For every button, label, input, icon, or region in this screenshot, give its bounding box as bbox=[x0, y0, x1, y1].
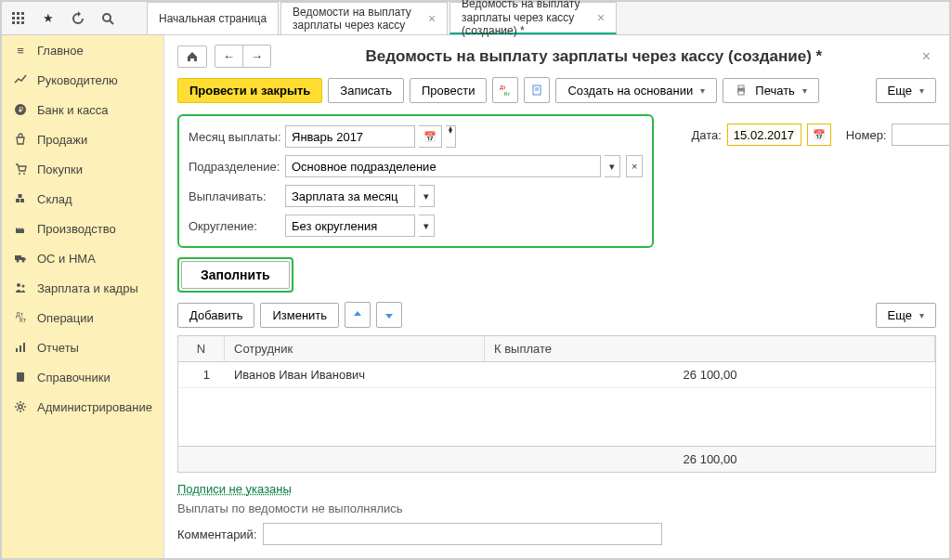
svg-text:Кт: Кт bbox=[504, 91, 510, 97]
fill-highlight-box: Заполнить bbox=[177, 257, 293, 293]
round-input[interactable] bbox=[285, 215, 415, 237]
ruble-icon: ₽ bbox=[13, 102, 28, 117]
menu-icon: ≡ bbox=[13, 43, 28, 58]
cell-n: 1 bbox=[178, 362, 225, 387]
sidebar-item-assets[interactable]: ОС и НМА bbox=[2, 243, 163, 273]
svg-rect-6 bbox=[12, 21, 15, 24]
close-page-button[interactable]: × bbox=[917, 48, 936, 65]
th-number[interactable]: N bbox=[178, 336, 225, 361]
sidebar-item-label: Справочники bbox=[37, 371, 111, 384]
th-employee[interactable]: Сотрудник bbox=[225, 336, 485, 361]
close-icon[interactable]: × bbox=[428, 11, 436, 27]
sidebar-item-label: Склад bbox=[37, 192, 72, 206]
calendar-icon[interactable]: 📅 bbox=[807, 124, 831, 146]
svg-rect-26 bbox=[20, 345, 21, 352]
tab-label: Ведомость на выплату зарплаты через касс… bbox=[462, 0, 590, 38]
sidebar-item-warehouse[interactable]: Склад bbox=[2, 184, 163, 214]
sidebar-item-admin[interactable]: Администрирование bbox=[2, 392, 163, 422]
cell-employee: Иванов Иван Иванович bbox=[225, 362, 485, 387]
move-up-button[interactable] bbox=[345, 302, 371, 328]
sidebar-item-label: Банк и касса bbox=[37, 103, 109, 117]
dropdown-icon[interactable]: ▾ bbox=[419, 185, 435, 207]
document-button[interactable] bbox=[524, 77, 550, 103]
sidebar-item-hr[interactable]: Зарплата и кадры bbox=[2, 273, 163, 303]
search-icon[interactable] bbox=[98, 9, 117, 28]
history-icon[interactable] bbox=[69, 9, 87, 28]
svg-point-14 bbox=[23, 173, 25, 175]
sidebar-item-purchases[interactable]: Покупки bbox=[2, 154, 163, 184]
sidebar-item-reports[interactable]: Отчеты bbox=[2, 332, 163, 362]
fill-button[interactable]: Заполнить bbox=[181, 261, 290, 289]
sidebar-item-sales[interactable]: Продажи bbox=[2, 124, 163, 154]
svg-rect-16 bbox=[20, 199, 24, 202]
number-input[interactable] bbox=[892, 124, 949, 146]
form-highlight-box: Месяц выплаты: 📅 ▴▾ Подразделение: ▾ × В… bbox=[177, 114, 654, 248]
star-icon[interactable]: ★ bbox=[39, 9, 58, 28]
home-button[interactable] bbox=[177, 46, 207, 68]
add-button[interactable]: Добавить bbox=[177, 303, 254, 328]
spinner-icon[interactable]: ▴▾ bbox=[446, 125, 456, 148]
svg-rect-36 bbox=[738, 85, 744, 88]
gear-icon bbox=[13, 399, 28, 414]
comment-label: Комментарий: bbox=[177, 527, 257, 541]
sidebar-item-label: Главное bbox=[37, 44, 84, 58]
comment-input[interactable] bbox=[263, 523, 662, 545]
move-down-button[interactable] bbox=[376, 302, 402, 328]
svg-rect-15 bbox=[16, 199, 20, 202]
round-label: Округление: bbox=[189, 219, 281, 233]
svg-rect-2 bbox=[21, 12, 24, 15]
chart-icon bbox=[13, 72, 28, 87]
pay-input[interactable] bbox=[285, 185, 415, 207]
bars-icon bbox=[13, 340, 28, 355]
table-row[interactable]: 1 Иванов Иван Иванович 26 100,00 bbox=[178, 362, 935, 388]
sidebar-item-directories[interactable]: Справочники bbox=[2, 362, 163, 392]
dropdown-icon[interactable]: ▾ bbox=[419, 215, 435, 237]
svg-rect-4 bbox=[17, 17, 20, 20]
signatures-link[interactable]: Подписи не указаны bbox=[177, 482, 292, 496]
tab-home[interactable]: Начальная страница bbox=[147, 2, 279, 34]
th-pay[interactable]: К выплате bbox=[485, 336, 935, 361]
svg-rect-18 bbox=[15, 255, 21, 260]
svg-rect-7 bbox=[17, 21, 20, 24]
svg-point-29 bbox=[19, 405, 22, 409]
back-button[interactable]: ← bbox=[215, 46, 243, 67]
more-table-button[interactable]: Еще bbox=[876, 303, 936, 328]
date-input[interactable] bbox=[727, 124, 801, 146]
nav-arrows: ← → bbox=[215, 45, 271, 68]
print-button[interactable]: Печать bbox=[723, 78, 819, 103]
dt-kt-button[interactable]: ДтКт bbox=[492, 77, 518, 103]
svg-line-10 bbox=[110, 20, 113, 24]
dropdown-icon[interactable]: ▾ bbox=[605, 155, 620, 177]
tabs: Начальная страница Ведомости на выплату … bbox=[147, 2, 619, 34]
svg-rect-8 bbox=[21, 21, 24, 24]
sidebar-item-label: Зарплата и кадры bbox=[37, 281, 138, 295]
dept-input[interactable] bbox=[285, 155, 601, 177]
tab-payroll-create[interactable]: Ведомость на выплату зарплаты через касс… bbox=[449, 2, 617, 34]
tab-payrolls[interactable]: Ведомости на выплату зарплаты через касс… bbox=[280, 2, 448, 34]
post-button[interactable]: Провести bbox=[410, 78, 488, 103]
dept-label: Подразделение: bbox=[189, 160, 281, 174]
post-close-button[interactable]: Провести и закрыть bbox=[177, 78, 322, 103]
sidebar-item-operations[interactable]: ДтКт Операции bbox=[2, 303, 163, 332]
save-button[interactable]: Записать bbox=[328, 78, 404, 103]
sidebar: ≡ Главное Руководителю ₽ Банк и касса Пр bbox=[2, 35, 164, 558]
svg-point-13 bbox=[19, 173, 20, 175]
svg-rect-17 bbox=[19, 194, 22, 198]
month-input[interactable] bbox=[285, 125, 415, 148]
svg-rect-25 bbox=[16, 348, 18, 352]
apps-icon[interactable] bbox=[9, 9, 28, 28]
sidebar-item-bank[interactable]: ₽ Банк и касса bbox=[2, 95, 163, 124]
cell-pay: 26 100,00 bbox=[485, 362, 935, 387]
edit-button[interactable]: Изменить bbox=[260, 303, 339, 328]
close-icon[interactable]: × bbox=[597, 10, 605, 26]
clear-icon[interactable]: × bbox=[626, 155, 643, 177]
more-button[interactable]: Еще bbox=[876, 78, 936, 103]
no-payments-text: Выплаты по ведомости не выполнялись bbox=[177, 501, 936, 515]
forward-button[interactable]: → bbox=[243, 46, 270, 67]
calendar-icon[interactable]: 📅 bbox=[419, 125, 442, 148]
sidebar-item-main[interactable]: ≡ Главное bbox=[2, 35, 163, 65]
sidebar-item-manager[interactable]: Руководителю bbox=[2, 65, 163, 95]
create-based-button[interactable]: Создать на основании bbox=[555, 78, 717, 103]
ops-icon: ДтКт bbox=[13, 310, 28, 325]
sidebar-item-production[interactable]: Производство bbox=[2, 214, 163, 243]
